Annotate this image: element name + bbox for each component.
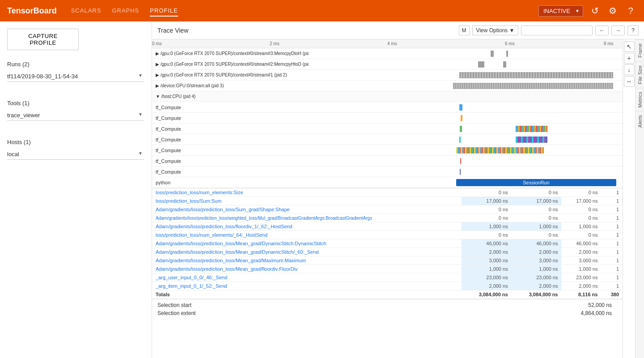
time-marker-0: 0 ms (152, 41, 162, 46)
track-bar-tfcompute-5 (309, 145, 623, 155)
track-row-host-cpu: ▼ /host:CPU (pid 4) (152, 91, 623, 102)
fit-width-button[interactable]: ↔ (624, 76, 635, 87)
event-name[interactable]: Adam/gradients/loss/prediction_loss/Mean… (152, 239, 462, 248)
event-row[interactable]: Adam/gradients/loss/prediction_loss/Mean… (152, 265, 623, 273)
event-row[interactable]: _arg_item_input_0_1/_52:_Send 2,000 ns 2… (152, 282, 623, 290)
side-tab-frame[interactable]: Frame (636, 39, 644, 61)
track-row-gpu3: ▶ /gpu:0 (GeForce RTX 2070 SUPER)/contex… (152, 48, 623, 59)
track-label-tfcompute-3: tf_Compute (152, 126, 309, 132)
track-row-tfcompute-1: tf_Compute (152, 102, 623, 113)
track-bar-tfcompute-6 (309, 156, 623, 166)
event-row[interactable]: loss/prediction_loss/num_elements:Size 0… (152, 188, 623, 197)
sidebar: CAPTURE PROFILE Runs (2) tf114/2019-08-3… (0, 21, 152, 358)
event-row[interactable]: Adam/gradients/loss/prediction_loss/floo… (152, 222, 623, 231)
track-row-tfcompute-6: tf_Compute (152, 156, 623, 166)
timeline-area: 0 ms 2 ms 4 ms 6 ms 8 ms ▶ /gpu:0 (GeFor… (152, 39, 644, 358)
event-self-time: 23,000 ns (462, 273, 512, 282)
event-row[interactable]: Adam/gradients/loss/prediction_loss/Mean… (152, 239, 623, 248)
track-bar-tfcompute-3 (309, 124, 623, 134)
zoom-out-button[interactable]: ↓ (624, 64, 635, 75)
zoom-in-button[interactable]: + (624, 53, 635, 64)
event-name[interactable]: loss/prediction_loss/Sum:Sum (152, 197, 462, 205)
event-name[interactable]: Adam/gradients/loss/prediction_loss/Mean… (152, 265, 462, 273)
gpu-bar (491, 51, 494, 57)
view-options-button[interactable]: View Options ▼ (472, 26, 519, 35)
time-marker-4: 8 ms (604, 41, 614, 46)
cpu-bar (513, 147, 514, 153)
side-tab-metrics[interactable]: Metrics (636, 88, 644, 111)
trace-next-button[interactable]: → (611, 26, 625, 35)
event-row[interactable]: Adam/gradients/loss/prediction_loss/Mean… (152, 248, 623, 256)
event-self-time: 0 ns (462, 205, 512, 214)
event-cum-time: 2,000 ns (512, 248, 562, 256)
event-total: 0 ns (561, 188, 601, 197)
status-select[interactable]: INACTIVE (538, 5, 583, 17)
event-name[interactable]: Adam/gradients/loss/prediction_loss/floo… (152, 222, 462, 231)
event-name[interactable]: _arg_item_input_0_1/_52:_Send (152, 282, 462, 290)
trace-help-button[interactable]: ? (627, 26, 639, 35)
track-bar-gpu3 (309, 48, 623, 59)
trace-prev-button[interactable]: ← (595, 26, 609, 35)
track-label-gpu1: ▶ /gpu:0 (GeForce RTX 2070 SUPER)/contex… (152, 72, 309, 77)
track-label-tfcompute-2: tf_Compute (152, 115, 309, 121)
tools-select[interactable]: trace_viewer (7, 110, 144, 121)
track-label-python: python (152, 180, 309, 185)
capture-profile-button[interactable]: CAPTURE PROFILE (7, 29, 79, 50)
track-row-tfcompute-3: tf_Compute (152, 124, 623, 134)
event-name[interactable]: Adam/gradients/loss/prediction_loss/Sum_… (152, 205, 462, 214)
event-total: 1,000 ns (561, 265, 601, 273)
cpu-bar (459, 104, 462, 111)
help-icon[interactable]: ? (624, 6, 637, 16)
timeline-toolbar: ↖ + ↓ ↔ (623, 39, 635, 358)
event-total: 23,000 ns (561, 273, 601, 282)
top-right-controls: INACTIVE ▼ ↺ ⚙ ? (538, 5, 637, 17)
selection-extent-label: Selection extent (157, 310, 220, 316)
nav-profile[interactable]: PROFILE (150, 5, 178, 17)
cpu-dense-bar (456, 147, 544, 153)
gpu-dense-bar (459, 72, 613, 78)
nav-scalars[interactable]: SCALARS (71, 5, 102, 17)
cursor-tool-button[interactable]: ↖ (624, 41, 635, 52)
top-navigation: TensorBoard SCALARS GRAPHS PROFILE INACT… (0, 0, 644, 21)
side-tab-filesize[interactable]: File Size (636, 61, 644, 88)
event-name[interactable]: _arg_user_input_0_0/_46:_Send (152, 273, 462, 282)
trace-title: Trace View (157, 27, 459, 34)
event-name[interactable]: loss/prediction_loss/num_elements:Size (152, 188, 462, 197)
sidebar-hosts-section: Hosts (1) local ▼ (7, 139, 144, 169)
event-cum-time: 0 ns (512, 214, 562, 222)
content-area: Trace View M View Options ▼ ← → ? 0 ms 2… (152, 21, 644, 358)
event-row[interactable]: loss/prediction_loss/Sum:Sum 17,000 ns 1… (152, 197, 623, 205)
event-name[interactable]: Adam/gradients/loss/prediction_loss/weig… (152, 214, 462, 222)
tools-select-wrapper: trace_viewer ▼ (7, 110, 144, 130)
event-count: 1 (601, 282, 623, 290)
settings-icon[interactable]: ⚙ (606, 5, 619, 16)
runs-select-wrapper: tf114/2019-08-30_11-54-34 ▼ (7, 71, 144, 91)
nav-graphs[interactable]: GRAPHS (112, 5, 139, 17)
event-row[interactable]: Adam/gradients/loss/prediction_loss/Sum_… (152, 205, 623, 214)
event-total: 1,000 ns (561, 222, 601, 231)
m-button[interactable]: M (459, 26, 470, 35)
event-name[interactable]: Adam/gradients/loss/prediction_loss/Mean… (152, 256, 462, 265)
side-tab-alerts[interactable]: Alerts (636, 111, 644, 131)
event-count: 1 (601, 273, 623, 282)
trace-controls: M View Options ▼ ← → ? (459, 26, 639, 35)
event-self-time: 2,000 ns (462, 248, 512, 256)
track-row-tfcompute-7: tf_Compute (152, 166, 623, 177)
event-count: 1 (601, 222, 623, 231)
event-count: 1 (601, 256, 623, 265)
event-total: 2,000 ns (561, 248, 601, 256)
event-name[interactable]: loss/prediction_loss/num_elements/_64:_H… (152, 231, 462, 239)
time-marker-3: 6 ms (505, 41, 515, 46)
session-run-bar: SessionRun (456, 179, 616, 186)
event-row[interactable]: loss/prediction_loss/num_elements/_64:_H… (152, 231, 623, 239)
track-row-gpu2: ▶ /gpu:0 (GeForce RTX 2070 SUPER)/contex… (152, 59, 623, 70)
hosts-select[interactable]: local (7, 149, 144, 160)
event-row[interactable]: Adam/gradients/loss/prediction_loss/weig… (152, 214, 623, 222)
runs-select[interactable]: tf114/2019-08-30_11-54-34 (7, 71, 144, 82)
event-row[interactable]: Adam/gradients/loss/prediction_loss/Mean… (152, 256, 623, 265)
refresh-icon[interactable]: ↺ (589, 5, 601, 16)
event-row[interactable]: _arg_user_input_0_0/_46:_Send 23,000 ns … (152, 273, 623, 282)
trace-search-input[interactable] (521, 26, 593, 35)
time-markers: 0 ms 2 ms 4 ms 6 ms 8 ms (152, 39, 623, 48)
event-name[interactable]: Adam/gradients/loss/prediction_loss/Mean… (152, 248, 462, 256)
